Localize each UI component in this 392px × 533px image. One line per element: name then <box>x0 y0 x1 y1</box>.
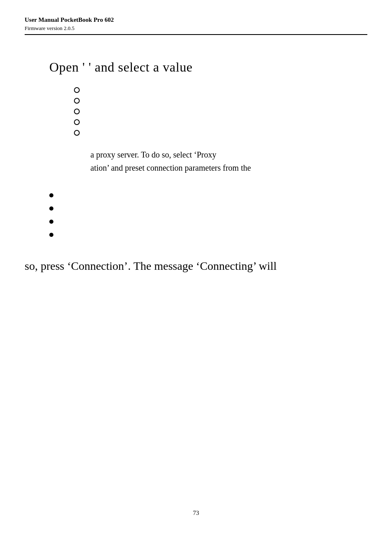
circle-list <box>74 87 367 136</box>
manual-title: User Manual PocketBook Pro 602 <box>25 16 367 23</box>
header-divider <box>25 34 367 35</box>
page-container: User Manual PocketBook Pro 602 Firmware … <box>0 0 392 533</box>
bullet-list <box>49 191 367 237</box>
firmware-version: Firmware version 2.0.5 <box>25 25 367 32</box>
open-line: Open ' ' and select a value <box>49 60 367 75</box>
list-item <box>49 230 367 237</box>
circle-bullet-icon <box>74 87 80 93</box>
list-item <box>49 217 367 224</box>
filled-bullet-icon <box>49 193 53 197</box>
circle-bullet-icon <box>74 130 80 136</box>
filled-bullet-icon <box>49 233 53 237</box>
proxy-line-2: ation’ and preset connection parameters … <box>90 161 343 174</box>
header-section: User Manual PocketBook Pro 602 Firmware … <box>25 16 367 32</box>
list-item <box>74 119 367 125</box>
circle-bullet-icon <box>74 119 80 125</box>
connection-line: so, press ‘Connection’. The message ‘Con… <box>25 257 367 275</box>
list-item <box>49 191 367 197</box>
proxy-text: a proxy server. To do so, select ‘Proxy … <box>90 148 343 174</box>
proxy-line-1: a proxy server. To do so, select ‘Proxy <box>90 148 343 161</box>
list-item <box>74 130 367 136</box>
list-item <box>49 204 367 211</box>
circle-bullet-icon <box>74 98 80 104</box>
list-item <box>74 109 367 114</box>
list-item <box>74 98 367 104</box>
list-item <box>74 87 367 93</box>
page-number: 73 <box>193 510 199 517</box>
circle-bullet-icon <box>74 109 80 114</box>
filled-bullet-icon <box>49 206 53 211</box>
filled-bullet-icon <box>49 220 53 224</box>
